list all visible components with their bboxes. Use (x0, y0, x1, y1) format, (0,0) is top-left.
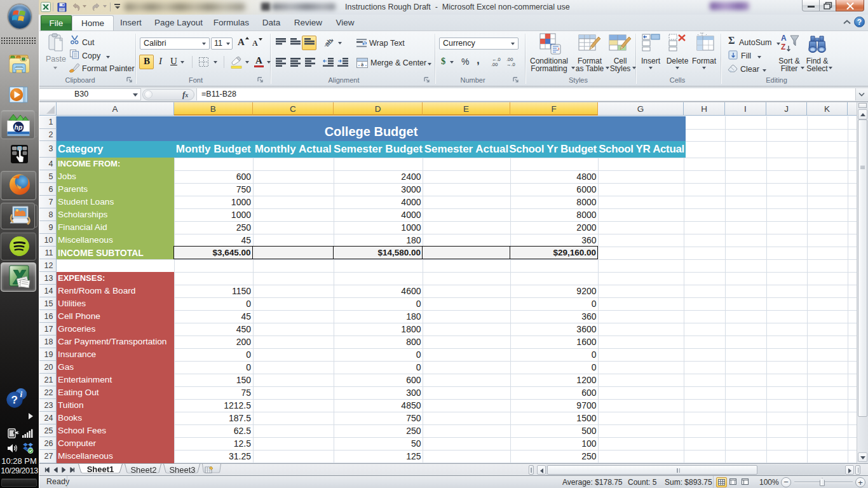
svg-text:i: i (20, 390, 22, 399)
svg-text:a: a (361, 62, 364, 67)
svg-text:Z: Z (781, 43, 785, 51)
svg-text:A: A (781, 34, 787, 43)
svg-text:.00: .00 (491, 62, 498, 67)
svg-text:hp: hp (15, 123, 23, 131)
svg-text:→.0: →.0 (506, 62, 515, 67)
svg-text:?: ? (11, 394, 18, 406)
